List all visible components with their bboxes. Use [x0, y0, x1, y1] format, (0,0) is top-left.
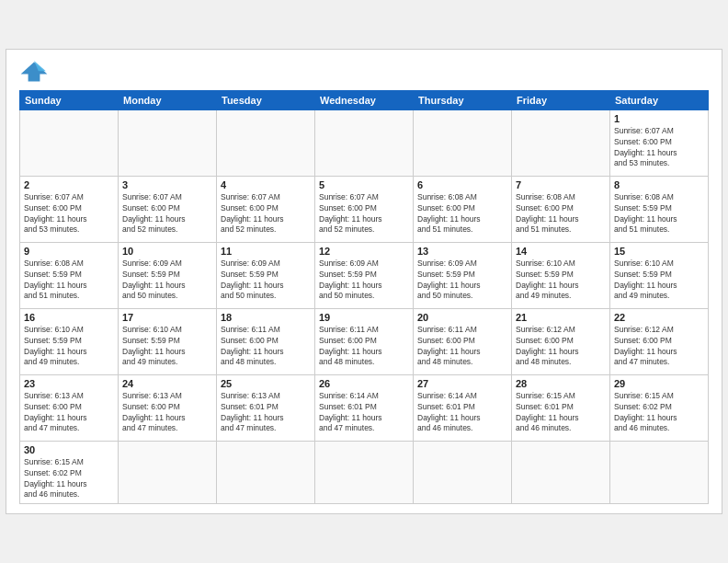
calendar-cell-27: 22Sunrise: 6:12 AM Sunset: 6:00 PM Dayli…: [610, 308, 709, 374]
day-number-14: 14: [516, 246, 606, 257]
day-info-19: Sunrise: 6:11 AM Sunset: 6:00 PM Dayligh…: [319, 325, 409, 369]
calendar-cell-12: 7Sunrise: 6:08 AM Sunset: 6:00 PM Daylig…: [512, 176, 610, 242]
calendar-cell-1: [119, 109, 217, 176]
day-number-26: 26: [319, 378, 409, 389]
calendar-row-4: 23Sunrise: 6:13 AM Sunset: 6:00 PM Dayli…: [20, 374, 709, 441]
calendar-cell-15: 10Sunrise: 6:09 AM Sunset: 5:59 PM Dayli…: [119, 242, 217, 308]
calendar-cell-10: 5Sunrise: 6:07 AM Sunset: 6:00 PM Daylig…: [315, 176, 414, 242]
calendar-cell-34: 29Sunrise: 6:15 AM Sunset: 6:02 PM Dayli…: [610, 374, 709, 441]
calendar-cell-3: [315, 109, 414, 176]
calendar-cell-26: 21Sunrise: 6:12 AM Sunset: 6:00 PM Dayli…: [512, 308, 610, 374]
day-info-26: Sunrise: 6:14 AM Sunset: 6:01 PM Dayligh…: [319, 391, 409, 435]
calendar-cell-23: 18Sunrise: 6:11 AM Sunset: 6:00 PM Dayli…: [217, 308, 315, 374]
calendar-row-1: 2Sunrise: 6:07 AM Sunset: 6:00 PM Daylig…: [20, 176, 709, 242]
day-info-20: Sunrise: 6:11 AM Sunset: 6:00 PM Dayligh…: [417, 325, 507, 369]
weekday-header-friday: Friday: [512, 90, 610, 109]
day-number-15: 15: [614, 246, 704, 257]
calendar-cell-41: [610, 441, 709, 504]
day-number-22: 22: [614, 312, 704, 323]
day-number-17: 17: [122, 312, 212, 323]
day-info-7: Sunrise: 6:08 AM Sunset: 6:00 PM Dayligh…: [516, 192, 606, 236]
day-info-14: Sunrise: 6:10 AM Sunset: 5:59 PM Dayligh…: [516, 259, 606, 303]
calendar-cell-33: 28Sunrise: 6:15 AM Sunset: 6:01 PM Dayli…: [512, 374, 610, 441]
day-info-15: Sunrise: 6:10 AM Sunset: 5:59 PM Dayligh…: [614, 259, 704, 303]
day-info-16: Sunrise: 6:10 AM Sunset: 5:59 PM Dayligh…: [24, 325, 114, 369]
day-number-30: 30: [24, 444, 114, 455]
calendar-cell-8: 3Sunrise: 6:07 AM Sunset: 6:00 PM Daylig…: [119, 176, 217, 242]
day-info-1: Sunrise: 6:07 AM Sunset: 6:00 PM Dayligh…: [614, 126, 704, 170]
calendar-grid: SundayMondayTuesdayWednesdayThursdayFrid…: [19, 90, 709, 505]
weekday-header-tuesday: Tuesday: [217, 90, 315, 109]
weekday-header-row: SundayMondayTuesdayWednesdayThursdayFrid…: [20, 90, 709, 109]
day-info-18: Sunrise: 6:11 AM Sunset: 6:00 PM Dayligh…: [221, 325, 311, 369]
calendar-cell-22: 17Sunrise: 6:10 AM Sunset: 5:59 PM Dayli…: [119, 308, 217, 374]
weekday-header-monday: Monday: [119, 90, 217, 109]
day-info-23: Sunrise: 6:13 AM Sunset: 6:00 PM Dayligh…: [24, 391, 114, 435]
day-number-9: 9: [24, 246, 114, 257]
calendar-cell-13: 8Sunrise: 6:08 AM Sunset: 5:59 PM Daylig…: [610, 176, 709, 242]
logo-icon: [19, 59, 49, 85]
day-info-3: Sunrise: 6:07 AM Sunset: 6:00 PM Dayligh…: [122, 192, 212, 236]
weekday-header-wednesday: Wednesday: [315, 90, 414, 109]
day-number-28: 28: [516, 378, 606, 389]
day-number-4: 4: [221, 179, 311, 190]
day-info-17: Sunrise: 6:10 AM Sunset: 5:59 PM Dayligh…: [122, 325, 212, 369]
calendar-cell-39: [414, 441, 512, 504]
day-info-29: Sunrise: 6:15 AM Sunset: 6:02 PM Dayligh…: [614, 391, 704, 435]
day-number-18: 18: [221, 312, 311, 323]
day-info-13: Sunrise: 6:09 AM Sunset: 5:59 PM Dayligh…: [417, 259, 507, 303]
calendar-cell-9: 4Sunrise: 6:07 AM Sunset: 6:00 PM Daylig…: [217, 176, 315, 242]
day-number-13: 13: [417, 246, 507, 257]
calendar-cell-29: 24Sunrise: 6:13 AM Sunset: 6:00 PM Dayli…: [119, 374, 217, 441]
weekday-header-sunday: Sunday: [20, 90, 119, 109]
day-number-21: 21: [516, 312, 606, 323]
logo: [19, 59, 52, 85]
calendar-cell-37: [217, 441, 315, 504]
day-number-5: 5: [319, 179, 409, 190]
calendar-cell-36: [119, 441, 217, 504]
day-info-2: Sunrise: 6:07 AM Sunset: 6:00 PM Dayligh…: [24, 192, 114, 236]
day-number-16: 16: [24, 312, 114, 323]
svg-marker-0: [21, 62, 48, 81]
day-number-27: 27: [417, 378, 507, 389]
day-info-6: Sunrise: 6:08 AM Sunset: 6:00 PM Dayligh…: [417, 192, 507, 236]
calendar-cell-4: [414, 109, 512, 176]
calendar-cell-18: 13Sunrise: 6:09 AM Sunset: 5:59 PM Dayli…: [414, 242, 512, 308]
day-number-19: 19: [319, 312, 409, 323]
day-number-11: 11: [221, 246, 311, 257]
calendar-row-5: 30Sunrise: 6:15 AM Sunset: 6:02 PM Dayli…: [20, 441, 709, 504]
day-number-8: 8: [614, 179, 704, 190]
calendar-cell-32: 27Sunrise: 6:14 AM Sunset: 6:01 PM Dayli…: [414, 374, 512, 441]
day-info-24: Sunrise: 6:13 AM Sunset: 6:00 PM Dayligh…: [122, 391, 212, 435]
day-info-25: Sunrise: 6:13 AM Sunset: 6:01 PM Dayligh…: [221, 391, 311, 435]
calendar-cell-30: 25Sunrise: 6:13 AM Sunset: 6:01 PM Dayli…: [217, 374, 315, 441]
day-info-22: Sunrise: 6:12 AM Sunset: 6:00 PM Dayligh…: [614, 325, 704, 369]
calendar-cell-6: 1Sunrise: 6:07 AM Sunset: 6:00 PM Daylig…: [610, 109, 709, 176]
day-number-2: 2: [24, 179, 114, 190]
calendar-row-0: 1Sunrise: 6:07 AM Sunset: 6:00 PM Daylig…: [20, 109, 709, 176]
calendar-cell-24: 19Sunrise: 6:11 AM Sunset: 6:00 PM Dayli…: [315, 308, 414, 374]
calendar-container: SundayMondayTuesdayWednesdayThursdayFrid…: [6, 49, 722, 515]
day-number-20: 20: [417, 312, 507, 323]
calendar-cell-31: 26Sunrise: 6:14 AM Sunset: 6:01 PM Dayli…: [315, 374, 414, 441]
calendar-cell-38: [315, 441, 414, 504]
day-info-30: Sunrise: 6:15 AM Sunset: 6:02 PM Dayligh…: [24, 457, 114, 501]
day-number-25: 25: [221, 378, 311, 389]
day-info-5: Sunrise: 6:07 AM Sunset: 6:00 PM Dayligh…: [319, 192, 409, 236]
day-info-8: Sunrise: 6:08 AM Sunset: 5:59 PM Dayligh…: [614, 192, 704, 236]
weekday-header-thursday: Thursday: [414, 90, 512, 109]
day-info-28: Sunrise: 6:15 AM Sunset: 6:01 PM Dayligh…: [516, 391, 606, 435]
day-number-1: 1: [614, 113, 704, 124]
day-info-27: Sunrise: 6:14 AM Sunset: 6:01 PM Dayligh…: [417, 391, 507, 435]
calendar-cell-5: [512, 109, 610, 176]
calendar-cell-25: 20Sunrise: 6:11 AM Sunset: 6:00 PM Dayli…: [414, 308, 512, 374]
day-number-3: 3: [122, 179, 212, 190]
calendar-cell-20: 15Sunrise: 6:10 AM Sunset: 5:59 PM Dayli…: [610, 242, 709, 308]
calendar-row-2: 9Sunrise: 6:08 AM Sunset: 5:59 PM Daylig…: [20, 242, 709, 308]
day-info-10: Sunrise: 6:09 AM Sunset: 5:59 PM Dayligh…: [122, 259, 212, 303]
calendar-cell-19: 14Sunrise: 6:10 AM Sunset: 5:59 PM Dayli…: [512, 242, 610, 308]
calendar-cell-21: 16Sunrise: 6:10 AM Sunset: 5:59 PM Dayli…: [20, 308, 119, 374]
day-info-12: Sunrise: 6:09 AM Sunset: 5:59 PM Dayligh…: [319, 259, 409, 303]
day-number-23: 23: [24, 378, 114, 389]
calendar-cell-7: 2Sunrise: 6:07 AM Sunset: 6:00 PM Daylig…: [20, 176, 119, 242]
